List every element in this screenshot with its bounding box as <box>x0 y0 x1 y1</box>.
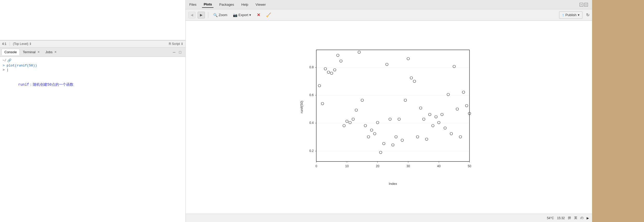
temperature: 54°C <box>547 216 554 220</box>
path-icon: 🔗 <box>7 58 11 63</box>
export-icon: 📷 <box>233 13 237 17</box>
tab-console[interactable]: Console <box>2 49 20 55</box>
export-dropdown-icon: ▾ <box>249 13 251 17</box>
lang-indicator-2: 英 <box>574 216 577 220</box>
tab-console-label: Console <box>4 50 17 54</box>
tab-help[interactable]: Help <box>240 2 250 8</box>
plot-area: runif(50) Index 0.2 0.4 0.6 0.8 <box>186 21 592 214</box>
file-type: R Script ⇕ <box>169 42 183 46</box>
time-display: 15:32 <box>557 216 565 220</box>
tab-jobs-label: Jobs <box>45 50 52 54</box>
console-path: ~/ 🔗 <box>3 58 183 63</box>
clear-icon: ✕ <box>257 12 260 17</box>
x-tick-40: 40 <box>437 164 441 168</box>
back-button[interactable]: ◀ <box>188 12 196 18</box>
publish-dropdown-icon: ▾ <box>578 13 580 17</box>
console-maximize-btn[interactable]: □ <box>178 50 182 55</box>
scatter-plot: runif(50) Index 0.2 0.4 0.6 0.8 <box>298 45 480 190</box>
publish-label: Publish <box>565 13 576 17</box>
y-axis-label: runif(50) <box>300 100 304 113</box>
plot-container: runif(50) Index 0.2 0.4 0.6 0.8 <box>298 45 480 190</box>
bottom-right: 54°C 15:32 拼 英 の ▶ <box>547 216 589 220</box>
x-tick-10: 10 <box>345 164 349 168</box>
y-tick-04: 0.4 <box>309 121 314 125</box>
forward-arrow-icon: ▶ <box>200 13 203 17</box>
lang-indicator-3: の <box>580 216 583 220</box>
console-minimize-btn[interactable]: ─ <box>172 50 177 55</box>
zoom-icon: 🔍 <box>213 13 218 17</box>
tab-jobs[interactable]: Jobs ✕ <box>43 49 59 55</box>
tab-packages[interactable]: Packages <box>218 2 236 8</box>
tab-plots[interactable]: Plots <box>202 1 213 8</box>
panel-maximize-btn[interactable]: □ <box>584 3 588 6</box>
path-text: ~/ <box>3 59 6 62</box>
lang-indicator-1: 拼 <box>568 216 571 220</box>
publish-button[interactable]: ↑ Publish ▾ <box>559 11 582 19</box>
left-panel: 4:1 (Top Level) ⇕ R Script ⇕ Console Ter… <box>0 0 186 222</box>
console-prompt[interactable]: > | <box>3 68 183 72</box>
x-tick-0: 0 <box>315 164 317 168</box>
refresh-icon: ↻ <box>586 13 589 17</box>
tab-terminal[interactable]: Terminal ✕ <box>20 49 42 55</box>
plots-tab-bar: Files Plots Packages Help Viewer ─ □ <box>186 0 592 9</box>
status-bar: 4:1 (Top Level) ⇕ R Script ⇕ <box>0 40 185 48</box>
y-tick-08: 0.8 <box>309 65 314 69</box>
console-toolbar: ─ □ <box>170 49 184 55</box>
console-content: ~/ 🔗 > plot(runif(50)) > | runif：随机创建50点… <box>0 57 185 222</box>
zoom-button[interactable]: 🔍 Zoom <box>211 12 229 18</box>
zoom-label: Zoom <box>219 13 227 17</box>
tab-viewer[interactable]: Viewer <box>254 2 267 8</box>
x-tick-50: 50 <box>468 164 471 168</box>
y-tick-02: 0.2 <box>309 149 314 153</box>
panel-window-controls: ─ □ <box>580 3 590 6</box>
panel-minimize-btn[interactable]: ─ <box>580 3 583 6</box>
code-level: (Top Level) ⇕ <box>10 42 32 46</box>
publish-icon: ↑ <box>562 13 564 17</box>
tab-files[interactable]: Files <box>188 2 198 8</box>
forward-button[interactable]: ▶ <box>198 12 205 18</box>
broom-icon: 🧹 <box>266 12 271 17</box>
cursor-position: 4:1 <box>2 42 6 46</box>
editor-area <box>0 0 185 40</box>
broom-button[interactable]: 🧹 <box>264 12 273 18</box>
svg-rect-0 <box>316 50 469 162</box>
extra-right-panel <box>592 0 644 222</box>
right-panel: Files Plots Packages Help Viewer ─ □ ◀ ▶… <box>186 0 592 222</box>
terminal-close-icon[interactable]: ✕ <box>37 50 40 54</box>
plots-toolbar: ◀ ▶ 🔍 Zoom 📷 Export ▾ ✕ 🧹 ↑ <box>186 9 592 21</box>
bottom-bar: 54°C 15:32 拼 英 の ▶ <box>186 214 592 222</box>
clear-plot-button[interactable]: ✕ <box>255 12 262 18</box>
x-tick-20: 20 <box>376 164 379 168</box>
refresh-button[interactable]: ↻ <box>586 12 589 17</box>
lang-indicator-4: ▶ <box>587 216 589 220</box>
console-command-1: > plot(runif(50)) <box>3 64 183 68</box>
back-arrow-icon: ◀ <box>191 13 193 17</box>
export-button[interactable]: 📷 Export ▾ <box>231 12 253 18</box>
x-axis-label: Index <box>389 182 397 186</box>
x-tick-30: 30 <box>406 164 410 168</box>
export-label: Export <box>238 13 248 17</box>
console-annotation: runif：随机创建50点的一个函数 <box>18 82 183 87</box>
tab-terminal-label: Terminal <box>23 50 36 54</box>
console-tab-bar: Console Terminal ✕ Jobs ✕ ─ □ <box>0 48 185 57</box>
jobs-close-icon[interactable]: ✕ <box>54 50 57 54</box>
y-tick-06: 0.6 <box>309 93 314 97</box>
toolbar-separator-1 <box>208 12 208 18</box>
